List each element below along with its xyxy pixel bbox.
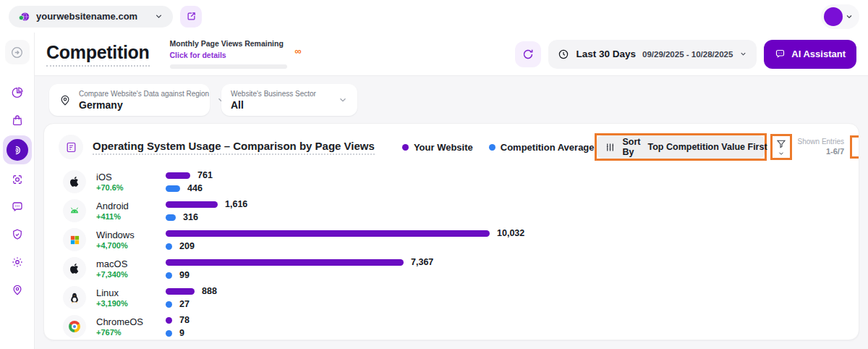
annotation-box-sort: Sort By Top Competition Value First [595,133,767,161]
chart-card: Operating System Usage – Comparison by P… [43,123,859,340]
chevron-down-icon [739,50,747,58]
bar-competition-average [166,301,172,308]
sort-by-value: Top Competition Value First [648,142,767,152]
radar-icon [7,139,28,161]
annotation-box-pagesize: 6 [850,135,859,159]
shown-entries-label: Shown Entries [798,137,844,146]
date-range-picker[interactable]: Last 30 Days 09/29/2025 - 10/28/2025 [548,40,757,69]
sidebar-item-security[interactable] [3,221,32,248]
quota-details-link[interactable]: Click for details [170,51,226,59]
bar-competition-average [166,214,176,221]
sidebar-item-ecommerce[interactable] [3,106,32,134]
bar-value: 446 [187,183,203,193]
sidebar-item-feedback[interactable] [3,193,32,221]
chrome-icon [63,315,86,338]
chevron-down-icon [154,12,163,21]
chart-row-android: Android+411%1,616316 [59,196,844,225]
chart-row-chromeos: ChromeOS+767%789 [59,312,844,340]
sidebar [0,33,35,349]
website-favicon-icon [18,11,30,22]
sort-by-label: Sort By [623,137,641,157]
chart-title: Operating System Usage – Comparison by P… [93,140,375,155]
shown-entries: Shown Entries 1-6/7 [798,137,844,156]
bar-value: 316 [183,212,198,222]
os-delta-badge: +411% [96,212,166,221]
windows-icon [63,228,86,251]
bar-competition-average [166,243,172,250]
region-filter[interactable]: Compare Website's Data against Region Ge… [49,84,210,116]
topbar: yourwebsitename.com [0,0,868,33]
sidebar-item-overview[interactable] [3,79,32,106]
os-delta-badge: +767% [96,328,166,337]
infinity-badge: ∞ [294,46,301,56]
bar-your-website [166,259,404,266]
website-name: yourwebsitename.com [36,11,137,22]
bar-value: 9 [179,328,184,338]
os-name: Linux [96,287,166,298]
sidebar-item-competition[interactable] [3,135,32,164]
linux-icon [63,286,86,309]
chevron-down-icon [778,150,785,157]
pie-chart-icon [11,86,24,99]
legend-dot-blue [489,144,495,151]
legend-dot-purple [402,144,409,151]
bar-value: 209 [179,241,195,251]
sort-by-control[interactable]: Sort By Top Competition Value First [597,135,765,159]
chevron-down-icon [845,12,854,21]
sector-filter[interactable]: Website's Business Sector All [221,84,357,116]
refresh-icon [522,48,535,61]
avatar [824,7,843,26]
sidebar-item-settings[interactable] [3,248,32,276]
quota-progress-bar [170,64,287,69]
legend-competition-average: Competition Average [489,142,595,153]
location-pin-icon [59,93,72,106]
filter-control[interactable] [773,136,790,158]
sidebar-collapse-button[interactable] [5,40,30,64]
user-menu[interactable] [821,4,859,29]
chart-header: Operating System Usage – Comparison by P… [59,133,844,161]
report-icon [59,135,83,159]
sidebar-item-locations[interactable] [3,276,32,303]
bar-value: 78 [179,315,190,325]
os-name: Windows [96,230,166,240]
page-size-select[interactable]: 6 [852,138,859,156]
open-website-button[interactable] [180,6,202,28]
content-area: Competition Monthly Page Views Remaining… [35,33,868,349]
chat-icon [775,49,786,59]
ai-assistant-button[interactable]: AI Assistant [764,40,856,69]
os-name: ChromeOS [96,316,166,327]
focus-icon [11,173,24,186]
collapse-icon [10,46,24,59]
os-name: Android [96,201,166,211]
os-delta-badge: +70.6% [96,183,166,192]
clock-icon [558,49,569,60]
bar-value: 7,367 [411,257,433,267]
quota-widget: Monthly Page Views Remaining Click for d… [170,39,302,69]
bar-value: 761 [197,170,213,180]
bar-your-website [166,172,190,179]
os-name: macOS [96,258,166,269]
quota-label: Monthly Page Views Remaining [170,39,287,48]
sector-filter-value: All [231,99,316,111]
shown-entries-value: 1-6/7 [798,146,844,156]
android-icon [63,199,86,222]
bar-value: 27 [179,299,190,309]
sidebar-item-tracking[interactable] [3,166,32,193]
os-delta-badge: +3,190% [96,299,166,308]
page-header: Competition Monthly Page Views Remaining… [35,33,868,76]
sector-filter-label: Website's Business Sector [231,90,316,98]
chart-legend: Your Website Competition Average [402,142,595,153]
legend-your-website: Your Website [402,142,473,153]
chart-rows: iOS+70.6%761446Android+411%1,616316Windo… [59,167,844,340]
website-selector[interactable]: yourwebsitename.com [9,6,173,28]
refresh-button[interactable] [515,41,541,67]
chart-row-linux: Linux+3,190%88827 [59,283,844,312]
chart-row-macos: macOS+7,340%7,36799 [59,254,844,283]
bar-value: 99 [179,270,190,280]
shopping-bag-icon [11,114,24,127]
chart-row-ios: iOS+70.6%761446 [59,167,844,196]
funnel-icon [775,138,787,150]
region-filter-label: Compare Website's Data against Region [79,90,209,98]
bar-value: 888 [202,286,217,296]
os-delta-badge: +7,340% [96,270,166,279]
